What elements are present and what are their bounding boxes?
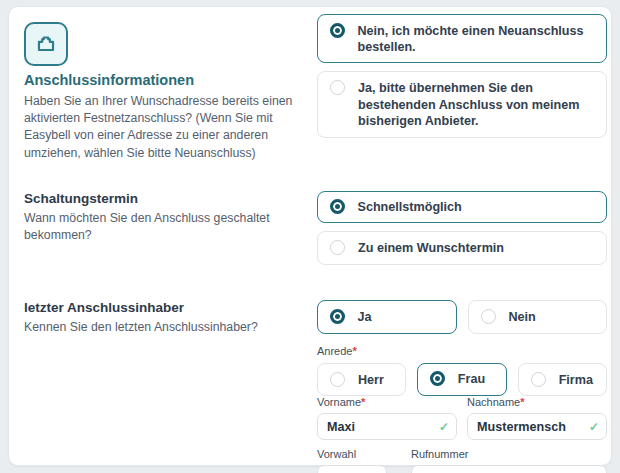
option-label: Schnellstmöglich xyxy=(358,198,462,216)
option-label: Nein, ich möchte einen Neuanschluss best… xyxy=(358,22,595,56)
option-label: Herr xyxy=(358,371,384,389)
radio-unselected-icon[interactable] xyxy=(330,240,345,255)
radio-unselected-icon[interactable] xyxy=(330,80,345,95)
section-anschlussinformationen: Anschlussinformationen Haben Sie an Ihre… xyxy=(24,14,605,162)
vorwahl-label: Vorwahl xyxy=(317,448,387,460)
option-neuanschluss[interactable]: Nein, ich möchte einen Neuanschluss best… xyxy=(317,14,607,63)
option-label: Ja xyxy=(358,308,372,326)
option-label: Frau xyxy=(458,370,485,388)
section-title-anschlussinhaber: letzter Anschlussinhaber xyxy=(24,300,307,315)
anrede-label: Anrede* xyxy=(317,345,607,357)
section-schaltungstermin: Schaltungstermin Wann möchten Sie den An… xyxy=(24,191,605,265)
radio-selected-icon[interactable] xyxy=(430,371,445,386)
section-description-anschlussinhaber: Kennen Sie den letzten Anschlussinhaber? xyxy=(24,319,307,336)
required-asterisk: * xyxy=(520,396,524,408)
nachname-input[interactable] xyxy=(467,413,607,440)
phone-fields: Vorwahl - Rufnummer xyxy=(317,448,607,473)
section-title-schaltungstermin: Schaltungstermin xyxy=(24,191,307,206)
option-label: Ja, bitte übernehmen Sie den bestehenden… xyxy=(358,79,594,130)
section-title-anschlussinformationen: Anschlussinformationen xyxy=(24,72,307,88)
radio-unselected-icon[interactable] xyxy=(531,372,546,387)
ethernet-port-icon xyxy=(24,22,68,66)
section-anschluss-info-column: Anschlussinformationen Haben Sie an Ihre… xyxy=(24,14,317,162)
section-letzter-anschlussinhaber: letzter Anschlussinhaber Kennen Sie den … xyxy=(24,300,605,473)
valid-check-icon: ✓ xyxy=(589,420,599,434)
required-asterisk: * xyxy=(361,396,365,408)
radio-selected-icon[interactable] xyxy=(330,309,345,324)
option-anschluss-uebernahme[interactable]: Ja, bitte übernehmen Sie den bestehenden… xyxy=(317,71,607,138)
vorname-label: Vorname* xyxy=(317,396,457,408)
option-frau[interactable]: Frau xyxy=(417,363,506,397)
option-label: Zu einem Wunschtermin xyxy=(358,239,504,257)
section-description-anschluss: Haben Sie an Ihrer Wunschadresse bereits… xyxy=(24,93,307,162)
required-asterisk: * xyxy=(352,345,356,357)
option-wunschtermin[interactable]: Zu einem Wunschtermin xyxy=(317,231,607,265)
vorname-input[interactable] xyxy=(317,413,457,440)
option-herr[interactable]: Herr xyxy=(317,363,406,397)
vorwahl-input[interactable] xyxy=(317,465,387,473)
inhaber-bekannt-options: Ja Nein xyxy=(317,300,607,334)
option-firma[interactable]: Firma xyxy=(518,363,607,397)
option-schnellstmoeglich[interactable]: Schnellstmöglich xyxy=(317,191,607,224)
rufnummer-label: Rufnummer xyxy=(411,448,607,460)
option-label: Nein xyxy=(509,308,536,326)
anrede-options: Herr Frau Firma xyxy=(317,363,607,397)
valid-check-icon: ✓ xyxy=(439,420,449,434)
section-description-schaltungstermin: Wann möchten Sie den Anschluss geschalte… xyxy=(24,210,307,244)
option-ja[interactable]: Ja xyxy=(317,300,457,334)
radio-unselected-icon[interactable] xyxy=(481,309,496,324)
radio-selected-icon[interactable] xyxy=(330,199,345,214)
nachname-label: Nachname* xyxy=(467,396,607,408)
radio-unselected-icon[interactable] xyxy=(330,372,345,387)
name-fields: Vorname* ✓ Nachname* ✓ xyxy=(317,396,607,440)
option-nein[interactable]: Nein xyxy=(468,300,608,334)
radio-selected-icon[interactable] xyxy=(330,23,345,38)
option-label: Firma xyxy=(559,371,593,389)
rufnummer-input[interactable] xyxy=(411,465,607,473)
anschluss-form-card: Anschlussinformationen Haben Sie an Ihre… xyxy=(8,6,612,466)
